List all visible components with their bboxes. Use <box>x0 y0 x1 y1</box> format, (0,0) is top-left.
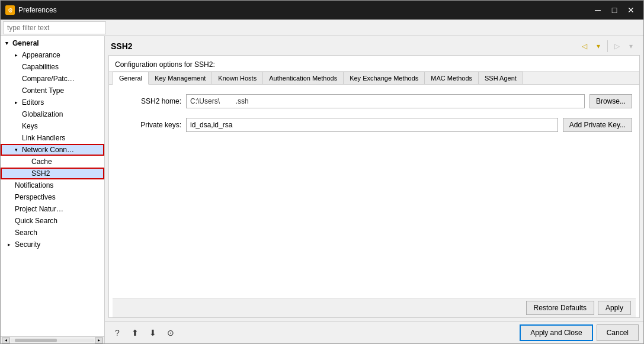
tabs-bar: General Key Management Known Hosts Authe… <box>109 72 639 85</box>
bottom-left-icons: ? ⬆ ⬇ ⊙ <box>110 325 178 340</box>
arrow-networkconn: ▾ <box>12 146 20 153</box>
sidebar-item-security[interactable]: ▸ Security <box>1 239 104 250</box>
sidebar-item-networkconn[interactable]: ▾ Network Conn… <box>1 144 104 156</box>
back-button[interactable]: ◁ <box>578 40 591 53</box>
arrow-general: ▾ <box>3 40 10 47</box>
add-private-key-button[interactable]: Add Private Key... <box>563 118 632 132</box>
back-dropdown-button[interactable]: ▾ <box>592 40 605 53</box>
sidebar-item-editors[interactable]: ▸ Editors <box>1 97 104 108</box>
sidebar: ▾ General ▸ Appearance ▸ Capabilities ▸ … <box>1 36 105 343</box>
privatekeys-label: Private keys: <box>116 121 181 129</box>
arrow-appearance: ▸ <box>12 52 20 59</box>
import-button[interactable]: ⬆ <box>127 325 143 340</box>
window-controls: ─ □ ✕ <box>590 2 639 18</box>
search-input[interactable] <box>3 21 106 34</box>
forward-dropdown-button[interactable]: ▾ <box>624 40 637 53</box>
help-button[interactable]: ? <box>110 325 125 340</box>
sidebar-tree: ▾ General ▸ Appearance ▸ Capabilities ▸ … <box>1 36 104 336</box>
preferences-window: ⚙ Preferences ─ □ ✕ ▾ General ▸ Appearan… <box>0 0 644 344</box>
tab-keymanagement[interactable]: Key Management <box>148 72 212 84</box>
help-icon: ? <box>115 328 120 337</box>
sidebar-item-globalization[interactable]: ▸ Globalization <box>1 108 104 120</box>
window-title: Preferences <box>18 6 590 14</box>
apply-and-close-button[interactable]: Apply and Close <box>520 324 592 341</box>
form-area: SSH2 home: Browse... Private keys: Add P… <box>109 85 639 201</box>
hscroll-track <box>11 339 94 342</box>
minimize-button[interactable]: ─ <box>590 2 605 18</box>
ssh2home-label: SSH2 home: <box>116 97 181 105</box>
main-content: ▾ General ▸ Appearance ▸ Capabilities ▸ … <box>1 36 643 343</box>
sidebar-item-notifications[interactable]: ▸ Notifications <box>1 179 104 191</box>
sidebar-item-linkhandlers[interactable]: ▸ Link Handlers <box>1 132 104 144</box>
scroll-left-btn[interactable]: ◂ <box>2 337 10 343</box>
panel-body: Configuration options for SSH2: General … <box>108 55 640 318</box>
ssh2home-row: SSH2 home: Browse... <box>116 94 632 108</box>
sidebar-item-projectnature[interactable]: ▸ Project Natur… <box>1 203 104 215</box>
panel-title: SSH2 <box>111 41 133 51</box>
sidebar-item-ssh2[interactable]: ▸ SSH2 <box>1 168 104 179</box>
export-button[interactable]: ⬇ <box>145 325 161 340</box>
sidebar-item-general[interactable]: ▾ General <box>1 37 104 49</box>
export-icon: ⬇ <box>149 328 156 337</box>
panel-spacer <box>109 201 639 298</box>
ssh2home-input[interactable] <box>186 94 585 108</box>
title-bar: ⚙ Preferences ─ □ ✕ <box>1 1 643 20</box>
target-icon: ⊙ <box>167 328 174 337</box>
sidebar-item-perspectives[interactable]: ▸ Perspectives <box>1 191 104 203</box>
privatekeys-input[interactable] <box>186 118 558 132</box>
tab-keyexchange[interactable]: Key Exchange Methods <box>343 72 425 84</box>
sidebar-item-capabilities[interactable]: ▸ Capabilities <box>1 61 104 73</box>
tab-authmethods[interactable]: Authentication Methods <box>262 72 344 84</box>
nav-separator <box>607 40 608 52</box>
browse-button[interactable]: Browse... <box>589 94 632 108</box>
cancel-button[interactable]: Cancel <box>597 324 639 341</box>
close-button[interactable]: ✕ <box>623 2 639 18</box>
restore-defaults-area: Restore Defaults Apply <box>113 298 636 317</box>
tab-sshagent[interactable]: SSH Agent <box>478 72 523 84</box>
app-icon: ⚙ <box>5 5 15 15</box>
maximize-button[interactable]: □ <box>607 2 622 18</box>
scroll-right-btn[interactable]: ▸ <box>95 337 103 343</box>
restore-defaults-button[interactable]: Restore Defaults <box>526 301 594 315</box>
bottom-right-actions: Apply and Close Cancel <box>520 324 639 341</box>
import-icon: ⬆ <box>132 328 139 337</box>
sidebar-item-compare[interactable]: ▸ Compare/Patc… <box>1 73 104 85</box>
panel-nav: ◁ ▾ ▷ ▾ <box>578 40 637 53</box>
sidebar-item-cache[interactable]: ▸ Cache <box>1 156 104 168</box>
tab-general[interactable]: General <box>113 72 149 85</box>
apply-button[interactable]: Apply <box>598 301 631 315</box>
sidebar-hscroll: ◂ ▸ <box>1 336 104 343</box>
sidebar-item-quicksearch[interactable]: ▸ Quick Search <box>1 215 104 227</box>
forward-button[interactable]: ▷ <box>610 40 623 53</box>
toolbar <box>1 20 643 36</box>
config-description: Configuration options for SSH2: <box>109 56 639 72</box>
privatekeys-row: Private keys: Add Private Key... <box>116 118 632 132</box>
sidebar-item-search[interactable]: ▸ Search <box>1 227 104 239</box>
tab-macmethods[interactable]: MAC Methods <box>424 72 479 84</box>
bottom-bar: ? ⬆ ⬇ ⊙ Apply and Close Cancel <box>105 322 643 343</box>
sidebar-item-keys[interactable]: ▸ Keys <box>1 120 104 132</box>
arrow-editors: ▸ <box>12 99 20 106</box>
tab-knownhosts[interactable]: Known Hosts <box>212 72 263 84</box>
target-button[interactable]: ⊙ <box>163 325 178 340</box>
sidebar-item-appearance[interactable]: ▸ Appearance <box>1 49 104 61</box>
hscroll-thumb <box>15 339 57 342</box>
sidebar-item-contenttype[interactable]: ▸ Content Type <box>1 85 104 97</box>
arrow-security: ▸ <box>5 241 12 248</box>
right-panel: SSH2 ◁ ▾ ▷ ▾ Configuration options for S… <box>105 36 643 343</box>
panel-header: SSH2 ◁ ▾ ▷ ▾ <box>105 36 643 55</box>
